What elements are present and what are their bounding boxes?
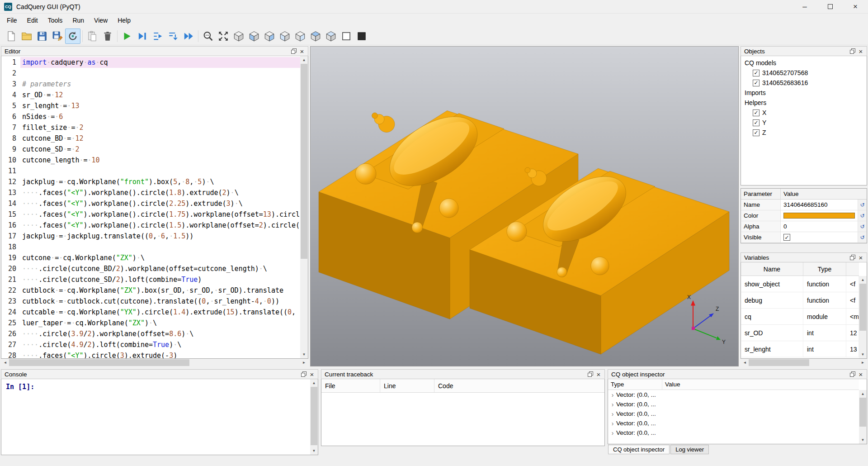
variables-header-name[interactable]: Name	[741, 262, 803, 276]
close-button[interactable]: ×	[843, 0, 868, 13]
traceback-header-file[interactable]: File	[321, 379, 380, 392]
scrollbar-thumb[interactable]	[9, 359, 189, 366]
tree-item-3140652707568[interactable]: ✓3140652707568	[741, 68, 867, 78]
code-editor[interactable]: 1import·cadquery·as·cq23# parameters4sr_…	[1, 56, 308, 359]
code-line-21[interactable]: 21····.circle(cutcone_SD/2).loft(combine…	[1, 274, 300, 285]
editor-horizontal-scrollbar[interactable]: ◄►	[1, 359, 308, 366]
traceback-undock-button[interactable]	[586, 370, 594, 378]
code-line-22[interactable]: 22cutblock·=·cq.Workplane("ZX").box(sr_O…	[1, 285, 300, 296]
scroll-right-icon[interactable]: ►	[859, 359, 867, 366]
code-line-26[interactable]: 26····.circle(3.9/2).workplane(offset=8.…	[1, 328, 300, 339]
expand-chevron-icon[interactable]: ›	[609, 391, 616, 399]
fit-view-button[interactable]	[216, 29, 231, 44]
tab-cq-object-inspector[interactable]: CQ object inspector	[608, 445, 670, 454]
scrollbar-thumb[interactable]	[301, 64, 307, 259]
scroll-down-icon[interactable]: ▼	[310, 447, 318, 455]
code-line-5[interactable]: 5sr_lenght·=·13	[1, 100, 300, 111]
tree-item-3140652683616[interactable]: ✓3140652683616	[741, 78, 867, 88]
props-header-value[interactable]: Value	[781, 189, 867, 199]
scroll-left-icon[interactable]: ◄	[741, 359, 749, 366]
objects-close-button[interactable]: ×	[857, 47, 865, 55]
step-in-button[interactable]	[165, 29, 181, 44]
code-line-12[interactable]: 12jackplug·=·cq.Workplane("front").box(5…	[1, 176, 300, 187]
checkbox[interactable]: ✓	[753, 129, 760, 136]
property-value[interactable]	[781, 210, 858, 221]
iso-view-button[interactable]	[231, 29, 246, 44]
code-line-4[interactable]: 4sr_OD·=·12	[1, 90, 300, 100]
color-swatch[interactable]	[783, 213, 855, 219]
inspector-row[interactable]: ›Vector: (0.0, ...	[608, 409, 859, 418]
code-line-23[interactable]: 23cutblock·=·cutblock.cut(cutcone).trans…	[1, 296, 300, 307]
expand-chevron-icon[interactable]: ›	[609, 410, 616, 418]
tree-item-imports[interactable]: Imports	[741, 88, 867, 98]
checkbox[interactable]: ✓	[753, 109, 760, 116]
tree-item-y[interactable]: ✓Y	[741, 118, 867, 128]
inspector-header-type[interactable]: Type	[608, 379, 662, 390]
code-line-2[interactable]: 2	[1, 68, 300, 79]
bottom-view-button[interactable]	[323, 29, 339, 44]
scroll-right-icon[interactable]: ►	[300, 359, 308, 366]
objects-undock-button[interactable]	[849, 47, 857, 55]
expand-chevron-icon[interactable]: ›	[609, 420, 616, 427]
variables-undock-button[interactable]	[849, 253, 857, 262]
inspector-row[interactable]: ›Vector: (0.0, ...	[608, 428, 859, 437]
scroll-up-icon[interactable]: ▲	[310, 379, 318, 387]
maximize-button[interactable]	[817, 0, 843, 13]
menu-file[interactable]: File	[2, 14, 22, 27]
right-view-button[interactable]	[292, 29, 308, 44]
code-line-25[interactable]: 25luer_taper·=·cq.Workplane("ZX")·\	[1, 318, 300, 328]
top-view-button[interactable]	[308, 29, 323, 44]
code-area[interactable]: 1import·cadquery·as·cq23# parameters4sr_…	[1, 57, 300, 358]
checkbox[interactable]: ✓	[753, 119, 760, 126]
menu-edit[interactable]: Edit	[22, 14, 43, 27]
code-line-16[interactable]: 16····.faces("<Y").workplane().circle(1.…	[1, 220, 300, 231]
menu-view[interactable]: View	[89, 14, 113, 27]
variables-vertical-scrollbar[interactable]: ▲▼	[859, 276, 867, 358]
property-value[interactable]: 3140646685160	[781, 200, 858, 210]
scroll-down-icon[interactable]: ▼	[300, 351, 308, 358]
code-line-19[interactable]: 19cutcone·=·cq.Workplane("ZX")·\	[1, 252, 300, 263]
variable-row-debug[interactable]: debugfunction<f	[741, 292, 859, 309]
open-script-button[interactable]	[19, 29, 34, 44]
inspector-undock-button[interactable]	[849, 370, 857, 378]
scroll-up-icon[interactable]: ▲	[859, 276, 867, 284]
scrollbar-thumb[interactable]	[749, 359, 809, 366]
code-line-18[interactable]: 18	[1, 242, 300, 252]
scrollbar-thumb[interactable]	[311, 387, 317, 445]
reset-property-button[interactable]: ↺	[858, 210, 867, 221]
delete-button[interactable]	[100, 29, 115, 44]
property-value[interactable]: 0	[781, 221, 858, 232]
new-script-button[interactable]	[4, 29, 19, 44]
wireframe-view-button[interactable]	[339, 29, 354, 44]
reset-property-button[interactable]: ↺	[858, 200, 867, 210]
console-undock-button[interactable]	[300, 370, 308, 378]
scrollbar-thumb[interactable]	[859, 398, 866, 427]
inspector-row[interactable]: ›Vector: (0.0, ...	[608, 390, 859, 399]
expand-chevron-icon[interactable]: ›	[609, 429, 616, 437]
scroll-left-icon[interactable]: ◄	[1, 359, 9, 366]
zoom-fit-button[interactable]	[200, 29, 216, 44]
traceback-header-code[interactable]: Code	[434, 379, 604, 392]
menu-tools[interactable]: Tools	[43, 14, 68, 27]
tree-item-x[interactable]: ✓X	[741, 108, 867, 118]
code-line-1[interactable]: 1import·cadquery·as·cq	[1, 57, 300, 68]
variable-row-show_object[interactable]: show_objectfunction<f	[741, 276, 859, 292]
inspector-close-button[interactable]: ×	[857, 370, 865, 378]
variable-row-sr_lenght[interactable]: sr_lenghtint13	[741, 341, 859, 357]
property-value[interactable]: ✓	[781, 232, 858, 243]
code-line-13[interactable]: 13····.faces("<Y").workplane().circle(1.…	[1, 187, 300, 198]
inspector-vertical-scrollbar[interactable]: ▲▼	[859, 390, 867, 444]
menu-run[interactable]: Run	[67, 14, 89, 27]
code-line-11[interactable]: 11	[1, 166, 300, 176]
tree-item-helpers[interactable]: Helpers	[741, 98, 867, 108]
scroll-down-icon[interactable]: ▼	[859, 436, 867, 444]
inspector-row[interactable]: ›Vector: (0.0, ...	[608, 418, 859, 428]
code-line-7[interactable]: 7fillet_size·=·2	[1, 122, 300, 133]
tree-item-z[interactable]: ✓Z	[741, 128, 867, 138]
variables-header-type[interactable]: Type	[803, 262, 846, 276]
minimize-button[interactable]: –	[792, 0, 817, 13]
front-view-button[interactable]	[246, 29, 262, 44]
code-line-17[interactable]: 17jackplug·=·jackplug.translate((0,·6,·1…	[1, 231, 300, 242]
code-line-15[interactable]: 15····.faces("<Y").workplane().circle(1.…	[1, 209, 300, 220]
console-close-button[interactable]: ×	[308, 370, 316, 378]
